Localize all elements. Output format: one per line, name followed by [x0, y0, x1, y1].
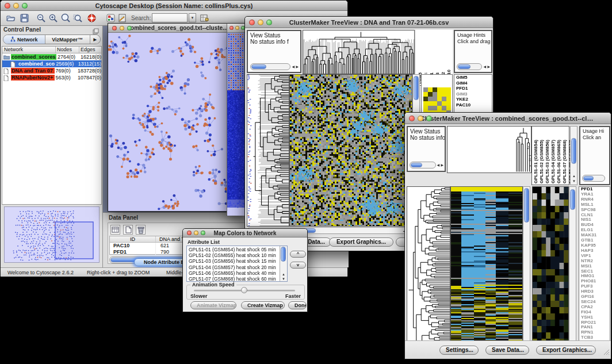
new-attribute-icon[interactable] [123, 225, 133, 235]
tab-vizmapper[interactable]: VizMapper™ [45, 35, 90, 44]
gene-label[interactable]: PAC10 [456, 102, 492, 108]
tv2-status-hscroll-thumb[interactable] [411, 163, 422, 167]
save-icon[interactable] [20, 13, 29, 23]
tv1-column-dendrogram[interactable] [303, 30, 415, 74]
tv2-gene-list[interactable]: PFD1YRA1RNR4MSL1SPC98CLN1NIS1BUD4ELG1MAK… [579, 186, 610, 352]
attribute-list-vscroll-thumb[interactable] [281, 247, 286, 262]
minimize-button[interactable] [194, 231, 198, 235]
animate-vizmap-button[interactable]: Animate Vizmap [190, 301, 236, 309]
network-graph-canvas[interactable] [108, 33, 247, 211]
network-row[interactable]: combined_sco2569(6)13112(15) [2, 60, 101, 67]
data-col-id[interactable]: ID [110, 236, 156, 242]
attribute-list-up[interactable]: ▲ [282, 273, 285, 276]
network-row[interactable]: RNAPuberNov2+563(0)107847(0) [2, 74, 101, 81]
tv2-heatmap-canvas[interactable] [450, 186, 523, 353]
tab-network[interactable]: Network [3, 35, 45, 44]
zoom-button[interactable] [266, 20, 272, 25]
tv1-usage-right-arrow[interactable]: ▶ [487, 65, 490, 68]
network-row[interactable]: combined_scores_2764(0)16218(0) [2, 53, 101, 60]
tv2-status-left-arrow[interactable]: ◀ [437, 163, 439, 167]
gene-label[interactable]: PFD1 [456, 86, 492, 91]
tv1-row-dendrogram[interactable] [252, 74, 289, 227]
tv1-status-left-arrow[interactable]: ◀ [292, 65, 294, 68]
tab-overflow-arrow[interactable]: ▶ [90, 35, 100, 44]
minimize-button[interactable] [235, 26, 239, 30]
minimize-button[interactable] [258, 20, 263, 25]
gene-label[interactable]: GIM4 [456, 81, 492, 86]
minimize-button[interactable] [13, 3, 19, 9]
tv2-status-hscrollbar[interactable] [410, 162, 436, 168]
animation-slider-thumb[interactable] [241, 287, 247, 293]
close-button[interactable] [5, 3, 10, 9]
tv1-heatmap-canvas[interactable] [289, 74, 412, 227]
attribute-list-item[interactable]: GPL51-01 (GSM854) heat shock 05 min [189, 247, 279, 252]
tv2-zoom-heatmap-canvas[interactable] [532, 186, 569, 352]
close-button[interactable] [230, 26, 234, 30]
attribute-list-item[interactable]: GPL51-06 (GSM865) heat shock 40 min [189, 270, 279, 276]
gene-label[interactable]: GIM5 [456, 75, 492, 81]
tv1-summary-heatmap[interactable] [423, 87, 451, 115]
network-overview-icon[interactable] [106, 13, 116, 23]
tv2-row-dendrogram[interactable] [407, 186, 450, 353]
tv1-usage-left-arrow[interactable]: ◀ [483, 65, 486, 68]
move-up-button[interactable]: ^ [290, 251, 306, 258]
tv1-status-right-arrow[interactable]: ▶ [296, 65, 299, 68]
tv2-detail-vscrollbar[interactable]: ▲ ▼ [569, 186, 576, 352]
zoom-button[interactable] [201, 231, 205, 235]
attribute-list-item[interactable]: GPL51-03 (GSM856) heat shock 15 min [189, 258, 279, 264]
open-file-icon[interactable] [6, 13, 16, 23]
gene-label[interactable]: GIM3 [456, 91, 492, 97]
attribute-list[interactable]: GPL51-01 (GSM854) heat shock 05 minGPL51… [187, 247, 279, 282]
gene-label[interactable]: YKE2 [456, 97, 492, 102]
delete-attribute-icon[interactable] [136, 225, 146, 235]
dialog-titlebar[interactable]: Map Colors to Network [183, 229, 307, 237]
zoom-in-icon[interactable] [48, 13, 58, 23]
zoom-button[interactable] [426, 116, 432, 121]
close-button[interactable] [112, 26, 117, 30]
treeview-combined-titlebar[interactable]: ClusterMaker TreeView : combined_scores_… [405, 113, 611, 124]
attribute-list-item[interactable]: GPL51-02 (GSM855) heat shock 10 min [189, 252, 279, 258]
tv2-status-right-arrow[interactable]: ▶ [441, 163, 443, 167]
table-view-icon[interactable] [110, 225, 120, 235]
network-row[interactable]: DNA and Tran 07769(0)183728(0) [2, 67, 101, 74]
treeview-dna-titlebar[interactable]: ClusterMaker TreeView : DNA and Tran 07-… [245, 17, 493, 28]
minimize-button[interactable] [418, 116, 423, 121]
network-view-titlebar[interactable]: combined_scores_good.txt--cluste... [108, 24, 247, 33]
resize-grip[interactable] [603, 347, 610, 358]
tv2-column-dendrogram[interactable] [447, 126, 531, 173]
tv2-vscroll-thumb[interactable] [524, 188, 529, 223]
zoom-selected-icon[interactable] [60, 13, 70, 23]
minimize-button[interactable] [120, 26, 124, 30]
create-vizmap-button[interactable]: Create Vizmap [241, 301, 285, 309]
tv2-vscrollbar[interactable]: ▲ ▼ [523, 186, 530, 352]
tv2-usage-hscrollbar[interactable] [582, 175, 605, 182]
col-nodes[interactable]: Nodes [56, 47, 79, 53]
import-table-icon[interactable] [200, 13, 209, 23]
search-dropdown-button[interactable]: ▼ [189, 13, 196, 22]
zoom-button[interactable] [22, 3, 28, 9]
network-overview-thumbnail[interactable] [4, 206, 100, 263]
close-button[interactable] [187, 231, 192, 235]
tv2-detail-vscroll-thumb[interactable] [570, 189, 575, 210]
col-edges[interactable]: Edges [79, 47, 101, 53]
tv1-usage-hscrollbar[interactable] [457, 63, 482, 70]
move-down-button[interactable]: v [290, 262, 306, 269]
tv2-export-graphics-button[interactable]: Export Graphics... [536, 346, 596, 355]
tv2-save-data-button[interactable]: Save Data... [485, 346, 529, 355]
tv1-export-graphics-button[interactable]: Export Graphics... [329, 237, 393, 247]
attribute-list-item[interactable]: GPL51-04 (GSM857) heat shock 20 min [189, 265, 279, 270]
done-button[interactable]: Done [288, 301, 307, 309]
tv2-settings-button[interactable]: Settings... [439, 346, 479, 355]
tv1-vscroll-thumb[interactable] [414, 76, 419, 100]
tv2-usage-hscroll-thumb[interactable] [583, 176, 594, 181]
attribute-list-vscrollbar[interactable]: ▲ ▼ [280, 246, 287, 281]
tv1-usage-hscroll-thumb[interactable] [458, 64, 471, 69]
attribute-list-item[interactable]: GPL51-07 (GSM868) heat shock 60 min [189, 276, 279, 282]
col-network[interactable]: Network [2, 47, 56, 53]
tv2-collabel-up[interactable]: ▲ [572, 174, 576, 178]
close-button[interactable] [249, 20, 255, 25]
zoom-fit-icon[interactable] [72, 13, 82, 23]
zoom-out-icon[interactable] [36, 13, 46, 23]
zoom-button[interactable] [127, 26, 132, 30]
tv1-status-hscroll-thumb[interactable] [251, 64, 266, 69]
